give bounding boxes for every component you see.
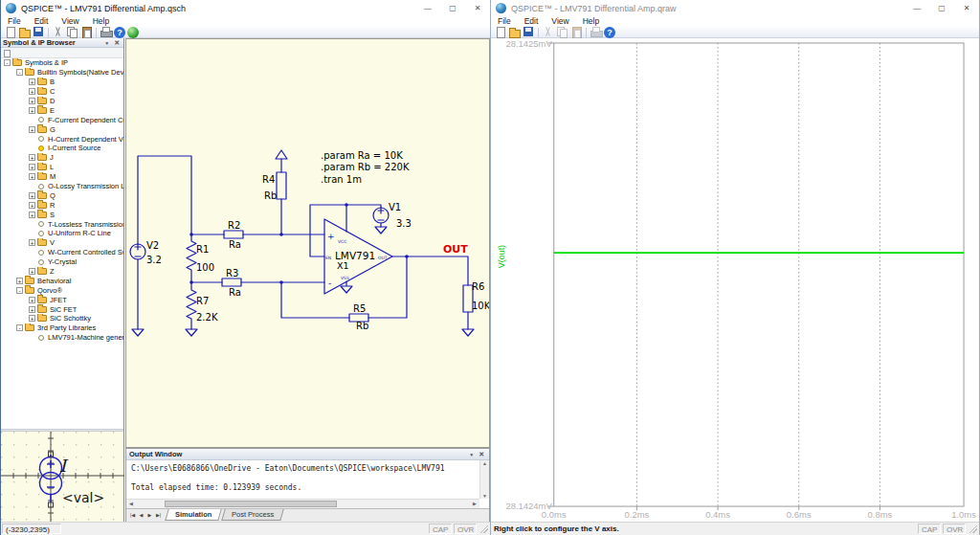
expand-icon[interactable]: + bbox=[29, 164, 35, 170]
collapse-icon[interactable]: - bbox=[16, 324, 23, 331]
r6-value-label[interactable]: 10K bbox=[472, 301, 489, 311]
tab-last-icon[interactable]: ▶| bbox=[154, 510, 163, 520]
open-file-icon[interactable] bbox=[508, 26, 521, 38]
tree-item-e[interactable]: +E bbox=[1, 105, 123, 115]
browser-panel-header[interactable]: Symbol & IP Browser ▼ ✕ bbox=[1, 38, 123, 48]
open-file-icon[interactable] bbox=[18, 26, 31, 38]
tab-post-process[interactable]: Post Process bbox=[222, 509, 285, 521]
copy-icon[interactable] bbox=[556, 26, 568, 38]
new-file-icon[interactable] bbox=[494, 26, 506, 38]
minimize-button[interactable]: — bbox=[904, 0, 929, 16]
cut-icon[interactable] bbox=[542, 26, 554, 38]
tab-next-icon[interactable]: ▶ bbox=[145, 510, 154, 520]
tree-item-i-current-source[interactable]: I-Current Source bbox=[1, 144, 123, 153]
cut-icon[interactable] bbox=[52, 26, 64, 38]
output-vertical-scrollbar[interactable]: ▲▼ bbox=[479, 460, 489, 499]
expand-icon[interactable]: + bbox=[29, 126, 35, 133]
new-file-icon[interactable] bbox=[4, 26, 16, 38]
tab-prev-icon[interactable]: ◀ bbox=[137, 510, 145, 520]
copy-icon[interactable] bbox=[66, 26, 78, 38]
scroll-left-icon[interactable]: ◀ bbox=[126, 500, 136, 508]
close-button[interactable]: ✕ bbox=[954, 0, 979, 16]
scrollbar-thumb[interactable] bbox=[165, 501, 337, 507]
directive-tran[interactable]: .tran 1m bbox=[321, 174, 362, 185]
r3-ref-label[interactable]: R3 bbox=[226, 268, 238, 279]
output-horizontal-scrollbar[interactable]: ◀ ▶ bbox=[126, 499, 479, 508]
schematic-canvas[interactable]: .param Ra = 10K .param Rb = 220K .tran 1… bbox=[125, 38, 490, 448]
tree-item-3rd-party-libraries[interactable]: -3rd Party Libraries bbox=[1, 323, 123, 333]
resize-grip[interactable] bbox=[969, 524, 977, 533]
expand-icon[interactable]: + bbox=[29, 88, 35, 95]
tree-item-c[interactable]: +C bbox=[1, 87, 123, 97]
tab-first-icon[interactable]: |◀ bbox=[128, 510, 137, 520]
tree-item-d[interactable]: +D bbox=[1, 97, 123, 106]
r1-value-label[interactable]: 100 bbox=[196, 262, 214, 273]
expand-icon[interactable]: + bbox=[29, 212, 35, 218]
tree-item-sic-schottky[interactable]: +SiC Schottky bbox=[1, 314, 123, 323]
tree-item-l[interactable]: +L bbox=[1, 163, 123, 172]
r6-ref-label[interactable]: R6 bbox=[472, 281, 484, 292]
tree-item-symbols-ip[interactable]: -Symbols & IP bbox=[1, 58, 123, 68]
tree-item-lmv791-machine-generated-s[interactable]: LMV791-Machine generated s bbox=[1, 333, 123, 343]
collapse-icon[interactable]: - bbox=[16, 69, 23, 76]
expand-icon[interactable]: + bbox=[29, 98, 35, 104]
tree-item-v[interactable]: +V bbox=[1, 238, 123, 248]
expand-icon[interactable]: + bbox=[29, 78, 35, 85]
r3-value-label[interactable]: Ra bbox=[229, 287, 241, 298]
r2-ref-label[interactable]: R2 bbox=[228, 220, 240, 231]
opamp-ref-label[interactable]: X1 bbox=[337, 260, 349, 271]
qsch-titlebar[interactable]: QSPICE™ - LMV791 Differential Amp.qsch —… bbox=[1, 0, 490, 16]
print-icon[interactable] bbox=[100, 26, 112, 38]
maximize-button[interactable]: ▢ bbox=[440, 0, 465, 16]
r4-ref-label[interactable]: R4 bbox=[262, 174, 275, 185]
tab-simulation[interactable]: Simulation bbox=[165, 509, 222, 521]
expand-icon[interactable]: + bbox=[29, 239, 35, 246]
output-close-icon[interactable]: ✕ bbox=[477, 451, 486, 458]
panel-close-icon[interactable]: ✕ bbox=[112, 39, 122, 47]
output-window-titlebar[interactable]: Output Window ▼ ✕ bbox=[126, 449, 489, 460]
qraw-titlebar[interactable]: QSPICE™ - LMV791 Differential Amp.qraw —… bbox=[491, 0, 979, 16]
run-simulation-icon[interactable] bbox=[127, 27, 139, 38]
expand-icon[interactable]: + bbox=[29, 315, 35, 322]
expand-icon[interactable]: + bbox=[29, 154, 35, 161]
tree-item-y-crystal[interactable]: Y-Crystal bbox=[1, 257, 123, 267]
save-icon[interactable] bbox=[33, 26, 45, 38]
expand-icon[interactable]: + bbox=[29, 202, 35, 209]
collapse-icon[interactable]: - bbox=[4, 59, 11, 66]
help-icon[interactable]: ? bbox=[604, 27, 615, 38]
expand-icon[interactable]: + bbox=[29, 173, 35, 180]
minimize-button[interactable]: — bbox=[415, 0, 440, 16]
expand-icon[interactable]: + bbox=[29, 107, 35, 114]
panel-dropdown-icon[interactable]: ▼ bbox=[101, 40, 112, 46]
print-icon[interactable] bbox=[590, 26, 602, 38]
paste-icon[interactable] bbox=[80, 26, 93, 38]
save-icon[interactable] bbox=[523, 26, 535, 38]
expand-icon[interactable]: + bbox=[29, 297, 35, 303]
r4-value-label[interactable]: Rb bbox=[264, 190, 277, 201]
tree-item-f-current-dependent-current[interactable]: F-Current Dependent Current bbox=[1, 115, 123, 124]
tree-item-sic-fet[interactable]: +SiC FET bbox=[1, 304, 123, 314]
tree-item-builtin-symbols-native-devices[interactable]: -Builtin Symbols(Native Devices) bbox=[1, 68, 123, 78]
scroll-right-icon[interactable]: ▶ bbox=[470, 500, 479, 508]
waveform-plot-area[interactable]: 28.1425mV 28.1424mV 0.0ms 0.2ms 0.4ms 0.… bbox=[491, 38, 979, 522]
tree-item-t-lossless-transmission-line[interactable]: T-Lossless Transmission Line bbox=[1, 219, 123, 229]
tree-item-u-uniform-r-c-line[interactable]: U-Uniform R-C Line bbox=[1, 229, 123, 238]
r2-value-label[interactable]: Ra bbox=[229, 239, 241, 250]
paste-icon[interactable] bbox=[570, 26, 583, 38]
v1-value-label[interactable]: 3.3 bbox=[396, 218, 412, 229]
close-button[interactable]: ✕ bbox=[465, 0, 490, 16]
r7-ref-label[interactable]: R7 bbox=[196, 296, 209, 306]
expand-icon[interactable]: + bbox=[29, 268, 35, 275]
maximize-button[interactable]: ▢ bbox=[929, 0, 954, 16]
r7-value-label[interactable]: 2.2K bbox=[196, 312, 218, 323]
tree-item-g[interactable]: +G bbox=[1, 124, 123, 134]
tree-item-o-lossy-transmission-line[interactable]: O-Lossy Transmission Line bbox=[1, 182, 123, 191]
expand-icon[interactable]: + bbox=[16, 278, 23, 284]
tree-item-jfet[interactable]: +JFET bbox=[1, 295, 123, 304]
r5-value-label[interactable]: Rb bbox=[356, 321, 368, 331]
expand-icon[interactable]: + bbox=[29, 192, 35, 199]
out-net-label[interactable]: OUT bbox=[443, 243, 468, 256]
help-icon[interactable]: ? bbox=[114, 27, 125, 38]
tree-item-j[interactable]: +J bbox=[1, 153, 123, 163]
tree-item-s[interactable]: +S bbox=[1, 210, 123, 219]
